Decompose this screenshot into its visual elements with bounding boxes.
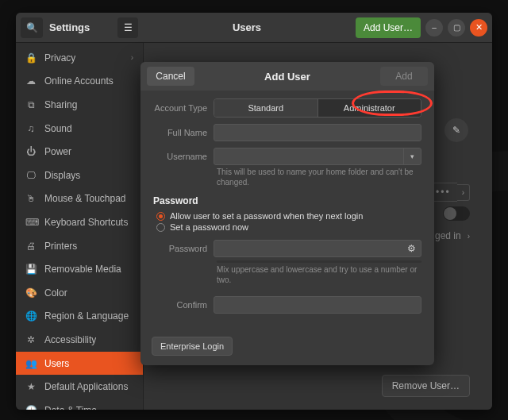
minimize-icon: – [432, 23, 437, 32]
sidebar-item-region-language[interactable]: 🌐Region & Language [16, 305, 143, 329]
add-button[interactable]: Add [380, 67, 428, 86]
sidebar-item-removable-media[interactable]: 💾Removable Media [16, 257, 143, 281]
radio-icon [156, 223, 165, 232]
sidebar-icon: 💾 [25, 264, 37, 275]
enterprise-login-label: Enterprise Login [160, 341, 224, 351]
username-dropdown[interactable]: ▾ [403, 148, 421, 164]
sidebar-item-online-accounts[interactable]: ☁Online Accounts [16, 70, 143, 94]
sidebar-item-label: Power [44, 146, 71, 157]
radio-set-now-label: Set a password now [170, 222, 248, 232]
sidebar-item-printers[interactable]: 🖨Printers [16, 234, 143, 258]
chevron-right-icon: › [457, 184, 470, 201]
username-hint: This will be used to name your home fold… [217, 167, 421, 187]
activity-row-hint[interactable]: ged in › [435, 230, 470, 241]
add-user-label: Add User… [364, 22, 413, 33]
sidebar-item-label: Color [44, 287, 67, 299]
full-name-label: Full Name [153, 128, 207, 137]
sidebar-icon: 🖨 [25, 241, 37, 252]
minimize-button[interactable]: – [425, 19, 443, 37]
activity-value: ged in [435, 230, 461, 241]
cancel-label: Cancel [156, 71, 185, 82]
password-label: Password [153, 244, 207, 253]
account-type-segmented: Standard Administrator [214, 98, 421, 118]
sidebar-item-label: Privacy [44, 52, 75, 64]
remove-user-button[interactable]: Remove User… [382, 375, 470, 397]
sidebar-item-privacy[interactable]: 🔒Privacy› [16, 46, 143, 70]
account-type-label: Account Type [153, 103, 207, 113]
maximize-icon: ▢ [453, 23, 460, 32]
sidebar-item-label: Mouse & Touchpad [44, 193, 126, 204]
username-input[interactable]: ▾ [214, 148, 421, 165]
confirm-input[interactable] [214, 296, 421, 314]
sidebar-item-date-time[interactable]: 🕓Date & Time [16, 399, 143, 410]
sidebar-icon: ✲ [25, 334, 37, 345]
radio-set-now[interactable]: Set a password now [156, 222, 421, 232]
hamburger-button[interactable]: ☰ [117, 17, 138, 38]
sidebar-item-keyboard-shortcuts[interactable]: ⌨Keyboard Shortcuts [16, 210, 143, 234]
radio-next-login-label: Allow user to set a password when they n… [170, 211, 363, 221]
password-strength-bar [217, 260, 421, 263]
add-label: Add [395, 71, 412, 82]
search-icon: 🔍 [26, 22, 38, 33]
sidebar: 🔒Privacy›☁Online Accounts⧉Sharing♫Sound⏻… [16, 43, 144, 410]
account-type-standard[interactable]: Standard [214, 99, 318, 117]
sidebar-item-label: Users [44, 358, 69, 369]
app-title: Settings [49, 21, 90, 33]
add-user-button[interactable]: Add User… [356, 17, 421, 38]
enterprise-login-button[interactable]: Enterprise Login [152, 337, 233, 356]
sidebar-icon: 🔒 [25, 52, 37, 64]
sidebar-item-default-applications[interactable]: ★Default Applications [16, 375, 143, 399]
password-input[interactable]: ⚙ [214, 240, 421, 257]
sidebar-item-label: Removable Media [44, 264, 121, 275]
autologin-row-hint[interactable] [443, 206, 470, 221]
edit-profile-button[interactable]: ✎ [444, 118, 468, 142]
gear-icon: ⚙ [407, 243, 416, 254]
cancel-button[interactable]: Cancel [147, 67, 194, 86]
sidebar-icon: 🖵 [25, 170, 37, 181]
maximize-button[interactable]: ▢ [448, 19, 465, 37]
sidebar-item-label: Date & Time [44, 405, 97, 410]
autologin-toggle[interactable] [443, 206, 470, 221]
page-title: Users [143, 21, 351, 33]
sidebar-item-label: Printers [44, 241, 77, 252]
radio-next-login[interactable]: Allow user to set a password when they n… [156, 211, 421, 221]
full-name-input[interactable] [214, 124, 421, 141]
sidebar-item-label: Online Accounts [44, 75, 114, 87]
sidebar-item-mouse-touchpad[interactable]: 🖱Mouse & Touchpad [16, 187, 143, 211]
close-button[interactable]: ✕ [470, 19, 487, 37]
remove-user-label: Remove User… [392, 380, 460, 391]
dialog-header: Cancel Add User Add [140, 62, 434, 91]
sidebar-item-color[interactable]: 🎨Color [16, 281, 143, 305]
sidebar-item-label: Default Applications [44, 381, 128, 392]
hamburger-icon: ☰ [124, 22, 133, 33]
sidebar-icon: ♫ [25, 123, 37, 134]
sidebar-item-label: Displays [44, 170, 80, 181]
dialog-title: Add User [194, 71, 380, 83]
sidebar-item-label: Accessibility [44, 334, 96, 345]
chevron-down-icon: ▾ [410, 152, 414, 160]
sidebar-item-label: Sound [44, 123, 72, 134]
sidebar-icon: ☁ [25, 75, 37, 87]
standard-label: Standard [248, 103, 283, 113]
sidebar-icon: 👥 [25, 358, 37, 369]
username-label: Username [153, 152, 207, 161]
sidebar-icon: 🌐 [25, 310, 37, 322]
sidebar-item-sound[interactable]: ♫Sound [16, 117, 143, 141]
sidebar-item-power[interactable]: ⏻Power [16, 140, 143, 164]
confirm-label: Confirm [153, 300, 207, 310]
sidebar-item-sharing[interactable]: ⧉Sharing [16, 93, 143, 117]
chevron-right-icon: › [468, 232, 470, 241]
sidebar-item-users[interactable]: 👥Users [16, 352, 143, 376]
close-icon: ✕ [475, 22, 483, 33]
search-button[interactable]: 🔍 [21, 17, 43, 38]
add-user-dialog: Cancel Add User Add Account Type Standar… [140, 62, 434, 365]
sidebar-icon: 🖱 [25, 193, 37, 204]
password-section-title: Password [153, 195, 421, 206]
generate-password-button[interactable]: ⚙ [402, 241, 421, 256]
sidebar-item-label: Keyboard Shortcuts [44, 217, 128, 228]
sidebar-item-displays[interactable]: 🖵Displays [16, 164, 143, 187]
sidebar-icon: ⌨ [25, 217, 37, 228]
sidebar-icon: 🎨 [25, 287, 37, 299]
sidebar-item-accessibility[interactable]: ✲Accessibility [16, 328, 143, 352]
account-type-administrator[interactable]: Administrator [318, 99, 421, 117]
